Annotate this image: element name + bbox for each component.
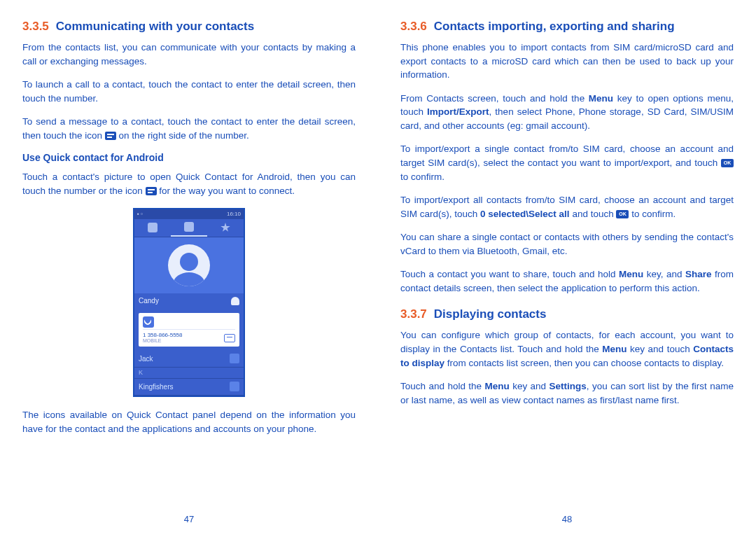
message-icon bbox=[224, 334, 235, 342]
paragraph: To send a message to a contact, touch th… bbox=[22, 115, 356, 142]
paragraph: Touch and hold the Menu key and Settings… bbox=[400, 379, 734, 407]
section-heading-337: 3.3.7Displaying contacts bbox=[400, 307, 734, 321]
paragraph: To import/export all contacts from/to SI… bbox=[400, 193, 734, 221]
tab-contacts bbox=[171, 219, 207, 237]
paragraph: From the contacts list, you can communic… bbox=[22, 41, 356, 68]
section-title: Contacts importing, exporting and sharin… bbox=[434, 20, 675, 33]
message-icon bbox=[146, 187, 157, 195]
section-number: 3.3.7 bbox=[400, 307, 427, 321]
person-icon bbox=[231, 297, 239, 305]
quick-contact-card: 1 358-866-5558 MOBILE bbox=[139, 313, 239, 347]
section-number: 3.3.5 bbox=[22, 20, 49, 33]
page-number: 48 bbox=[562, 514, 572, 524]
section-title: Displaying contacts bbox=[434, 307, 547, 321]
paragraph: The icons available on Quick Contact pan… bbox=[22, 408, 356, 435]
paragraph: To import/export a single contact from/t… bbox=[400, 142, 734, 183]
phone-icon bbox=[143, 316, 154, 328]
paragraph: You can configure which group of contact… bbox=[400, 328, 734, 370]
avatar-icon bbox=[168, 244, 210, 286]
section-heading-335: 3.3.5Communicating with your contacts bbox=[22, 20, 356, 34]
tab-groups bbox=[134, 219, 171, 237]
page-number: 47 bbox=[184, 514, 194, 524]
section-heading-336: 3.3.6Contacts importing, exporting and s… bbox=[400, 20, 734, 34]
list-item: Jack bbox=[134, 351, 244, 368]
ok-icon: OK bbox=[721, 159, 734, 167]
section-number: 3.3.6 bbox=[400, 20, 427, 33]
list-section-letter: K bbox=[134, 368, 244, 379]
tab-bar bbox=[134, 219, 244, 237]
page-right: 3.3.6Contacts importing, exporting and s… bbox=[378, 20, 756, 537]
phone-screenshot: ▪ ▫16:10 Candy 1 358-866-5558 MOBILE bbox=[133, 208, 245, 397]
avatar-icon bbox=[230, 382, 239, 391]
list-item: Kingfishers bbox=[134, 379, 244, 396]
tab-favorites bbox=[207, 219, 244, 237]
section-title: Communicating with your contacts bbox=[56, 20, 254, 33]
page-left: 3.3.5Communicating with your contacts Fr… bbox=[0, 20, 378, 537]
message-icon bbox=[105, 132, 116, 140]
paragraph: Touch a contact you want to share, touch… bbox=[400, 267, 734, 295]
contact-name-row: Candy bbox=[134, 293, 244, 309]
paragraph: From Contacts screen, touch and hold the… bbox=[400, 92, 734, 133]
paragraph: You can share a single contact or contac… bbox=[400, 230, 734, 258]
subheading-quick-contact: Use Quick contact for Android bbox=[22, 152, 356, 163]
paragraph: Touch a contact's picture to open Quick … bbox=[22, 170, 356, 197]
paragraph: This phone enables you to import contact… bbox=[400, 41, 734, 82]
avatar-icon bbox=[230, 354, 239, 363]
contact-header bbox=[134, 237, 244, 293]
phone-number: 1 358-866-5558 MOBILE bbox=[143, 333, 183, 344]
paragraph: To launch a call to a contact, touch the… bbox=[22, 78, 356, 105]
ok-icon: OK bbox=[616, 210, 629, 218]
status-bar: ▪ ▫16:10 bbox=[134, 209, 244, 219]
